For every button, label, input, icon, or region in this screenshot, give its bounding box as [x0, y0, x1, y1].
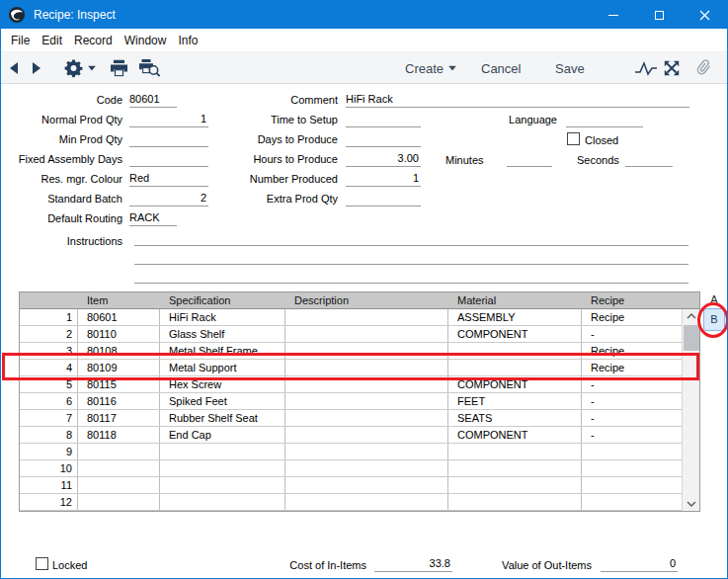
cell-item[interactable]: 80601 — [78, 309, 160, 325]
print-button[interactable] — [110, 59, 128, 76]
cell-specification[interactable]: End Cap — [160, 427, 285, 443]
closed-checkbox[interactable] — [567, 132, 580, 145]
cell-recipe[interactable] — [582, 444, 684, 459]
cell-description[interactable] — [285, 376, 448, 392]
operations-menu-button[interactable] — [64, 58, 96, 77]
cell-recipe[interactable] — [582, 494, 684, 510]
instructions-line-2[interactable] — [134, 249, 688, 265]
table-row[interactable]: 280110Glass ShelfCOMPONENT- — [20, 326, 699, 343]
cell-material[interactable] — [448, 343, 582, 359]
default-routing-field[interactable]: RACK — [129, 210, 177, 226]
attachments-button[interactable] — [696, 58, 712, 77]
cell-description[interactable] — [285, 309, 448, 325]
cell-recipe[interactable]: Recipe — [582, 343, 684, 359]
table-row[interactable]: 880118End CapCOMPONENT- — [20, 427, 699, 444]
menu-item-file[interactable]: File — [5, 34, 36, 47]
cell-material[interactable] — [448, 477, 582, 493]
minimize-button[interactable] — [591, 1, 636, 29]
cell-item[interactable]: 80109 — [78, 360, 160, 375]
instructions-line-3[interactable] — [134, 268, 688, 284]
cell-material[interactable]: COMPONENT — [448, 376, 582, 392]
cell-description[interactable] — [285, 444, 448, 459]
locked-checkbox[interactable] — [36, 557, 48, 570]
cell-description[interactable] — [285, 410, 448, 426]
cell-specification[interactable] — [160, 444, 285, 459]
cell-description[interactable] — [285, 393, 448, 409]
cell-specification[interactable] — [160, 460, 285, 476]
hours-to-produce-field[interactable]: 3.00 — [346, 151, 421, 167]
cell-recipe[interactable]: - — [582, 393, 684, 409]
table-row[interactable]: 580115Hex ScrewCOMPONENT- — [20, 376, 699, 393]
language-field[interactable] — [566, 112, 643, 127]
cell-specification[interactable] — [160, 477, 285, 493]
code-field[interactable]: 80601 — [129, 92, 177, 108]
cell-material[interactable]: SEATS — [448, 410, 582, 426]
cell-specification[interactable]: Glass Shelf — [160, 326, 285, 342]
cell-item[interactable]: 80115 — [78, 376, 160, 392]
menu-item-window[interactable]: Window — [119, 34, 173, 47]
cell-specification[interactable]: Rubber Shelf Seat — [160, 410, 285, 426]
back-button[interactable] — [9, 61, 19, 75]
cell-description[interactable] — [285, 494, 448, 510]
cell-description[interactable] — [285, 343, 448, 359]
flip-tab-b[interactable]: B — [703, 308, 725, 331]
time-to-setup-field[interactable] — [346, 112, 421, 127]
cell-specification[interactable]: Metal Shelf Frame — [160, 343, 285, 359]
print-preview-button[interactable] — [138, 59, 161, 77]
flip-tab-a[interactable]: A — [704, 292, 724, 306]
comment-field[interactable]: HiFi Rack — [346, 92, 689, 108]
cell-material[interactable]: FEET — [448, 393, 582, 409]
cell-material[interactable] — [448, 360, 582, 375]
cell-item[interactable] — [78, 477, 160, 493]
scroll-down-icon[interactable] — [683, 501, 699, 507]
cell-description[interactable] — [285, 360, 448, 375]
cell-item[interactable]: 80110 — [78, 326, 160, 342]
cancel-button[interactable]: Cancel — [481, 60, 521, 75]
cell-recipe[interactable]: - — [582, 410, 684, 426]
cell-description[interactable] — [285, 460, 448, 476]
table-row[interactable]: 180601HiFi RackASSEMBLYRecipe — [20, 309, 699, 326]
cell-item[interactable]: 80108 — [78, 343, 160, 359]
cell-item[interactable] — [78, 444, 160, 459]
table-row[interactable]: 480109Metal SupportRecipe — [20, 360, 699, 376]
cell-material[interactable]: ASSEMBLY — [448, 309, 582, 325]
record-history-button[interactable] — [634, 59, 658, 77]
number-produced-field[interactable]: 1 — [346, 171, 421, 187]
cell-specification[interactable]: Metal Support — [160, 360, 285, 375]
table-row[interactable]: 12 — [20, 494, 699, 511]
cell-description[interactable] — [285, 326, 448, 342]
cell-recipe[interactable] — [582, 460, 684, 476]
table-row[interactable]: 10 — [20, 460, 699, 477]
cell-item[interactable] — [78, 460, 160, 476]
save-button[interactable]: Save — [555, 60, 585, 75]
expand-window-button[interactable] — [663, 59, 681, 77]
cell-material[interactable]: COMPONENT — [448, 427, 582, 443]
cell-material[interactable] — [448, 494, 582, 510]
cell-recipe[interactable]: Recipe — [582, 360, 684, 375]
cell-specification[interactable]: Spiked Feet — [160, 393, 285, 409]
extra-prod-qty-field[interactable] — [346, 191, 421, 207]
table-row[interactable]: 11 — [20, 477, 699, 494]
maximize-button[interactable] — [636, 1, 682, 29]
cell-specification[interactable]: Hex Screw — [160, 376, 285, 392]
days-to-produce-field[interactable] — [346, 131, 421, 147]
cell-recipe[interactable]: - — [582, 326, 684, 342]
menu-item-edit[interactable]: Edit — [36, 34, 68, 47]
table-row[interactable]: 680116Spiked FeetFEET- — [20, 393, 699, 410]
minutes-field[interactable] — [507, 151, 552, 167]
scroll-up-icon[interactable] — [683, 313, 699, 319]
cell-item[interactable]: 80116 — [78, 393, 160, 409]
cell-item[interactable]: 80118 — [78, 427, 160, 443]
cell-material[interactable] — [448, 444, 582, 459]
scrollbar-thumb[interactable] — [684, 325, 699, 351]
cell-material[interactable] — [448, 460, 582, 476]
forward-button[interactable] — [32, 61, 41, 75]
cell-material[interactable]: COMPONENT — [448, 326, 582, 342]
menu-item-record[interactable]: Record — [68, 34, 119, 47]
vertical-scrollbar[interactable] — [682, 309, 699, 511]
cell-specification[interactable]: HiFi Rack — [160, 309, 285, 325]
cell-specification[interactable] — [160, 494, 285, 510]
cell-recipe[interactable] — [582, 477, 684, 493]
cell-recipe[interactable]: - — [582, 427, 684, 443]
table-row[interactable]: 780117Rubber Shelf SeatSEATS- — [20, 410, 699, 427]
